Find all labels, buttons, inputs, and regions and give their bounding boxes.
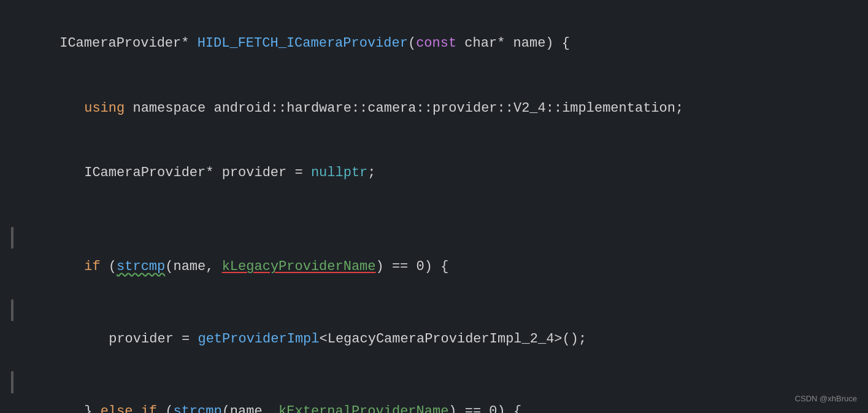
code-line-6: provider = getProviderImpl<LegacyCameraP… xyxy=(6,299,868,372)
code-line-5: if (strcmp(name, kLegacyProviderName) ==… xyxy=(6,227,868,299)
code-line-4 xyxy=(6,206,868,227)
token: } xyxy=(84,404,100,413)
code-line-2: using namespace android::hardware::camer… xyxy=(6,76,868,141)
token: strcmp xyxy=(117,259,165,274)
token: ICameraProvider* provider = xyxy=(84,165,311,180)
token: getProviderImpl xyxy=(198,331,319,347)
token: char* name) { xyxy=(456,36,570,51)
token: ( xyxy=(157,404,173,413)
token: nullptr xyxy=(311,165,367,180)
token: kExternalProviderName xyxy=(278,404,448,413)
token: ICameraProvider* xyxy=(60,36,197,51)
token: (name, xyxy=(222,404,278,413)
token: <LegacyCameraProviderImpl_2_4>(); xyxy=(320,331,587,347)
token: (name, xyxy=(165,259,221,274)
token: HIDL_FETCH_ICameraProvider xyxy=(198,36,408,51)
token: const xyxy=(416,36,456,51)
token: ) == 0) { xyxy=(376,259,449,274)
token: namespace android::hardware::camera::pro… xyxy=(125,101,683,116)
token: ( xyxy=(408,36,416,51)
token xyxy=(133,404,140,413)
token: ; xyxy=(367,165,375,180)
token: ) == 0) { xyxy=(448,404,521,413)
code-editor: ICameraProvider* HIDL_FETCH_ICameraProvi… xyxy=(0,0,868,413)
token: using xyxy=(84,101,125,116)
token: ( xyxy=(101,259,117,274)
code-line-1: ICameraProvider* HIDL_FETCH_ICameraProvi… xyxy=(6,11,868,76)
token: else xyxy=(101,404,133,413)
code-line-7: } else if (strcmp(name, kExternalProvide… xyxy=(6,371,868,413)
code-line-3: ICameraProvider* provider = nullptr; xyxy=(6,141,868,206)
token: strcmp xyxy=(173,404,221,413)
watermark: CSDN @xhBruce xyxy=(795,393,857,406)
token: if xyxy=(84,259,100,274)
token: kLegacyProviderName xyxy=(222,259,376,274)
token: if xyxy=(141,404,157,413)
token: provider = xyxy=(109,331,198,347)
